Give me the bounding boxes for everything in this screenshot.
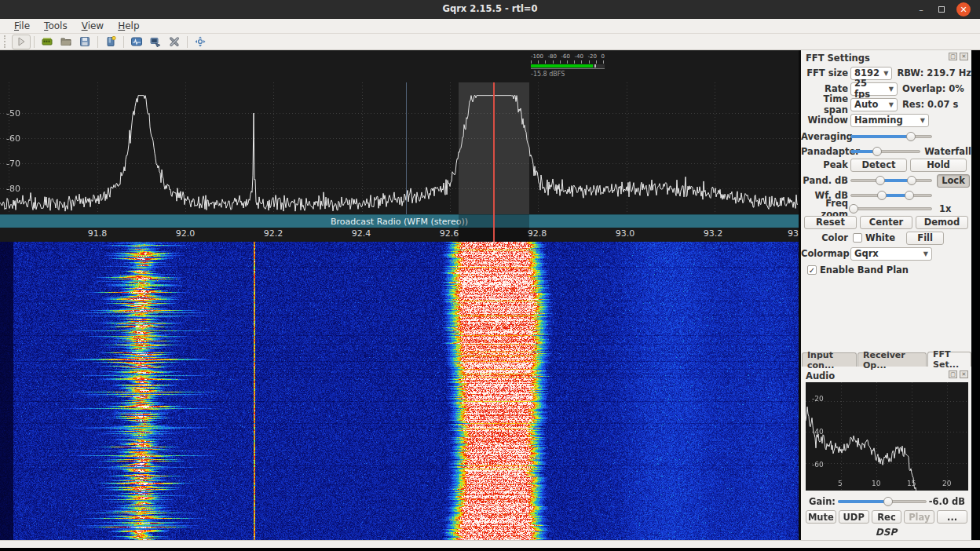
time-span-label: Time span [801, 93, 848, 115]
colormap-value: Gqrx [854, 248, 879, 259]
meter-tick-label: -40 [575, 54, 583, 60]
record-iq-button[interactable] [146, 35, 165, 49]
white-checkbox[interactable] [853, 233, 862, 243]
enable-band-plan-checkbox[interactable]: ✓ [807, 265, 817, 275]
dock-float-icon[interactable]: ▢ [949, 53, 957, 60]
udp-button[interactable]: UDP [839, 510, 869, 524]
pan-waterfall-split-slider[interactable] [850, 146, 920, 157]
audio-xtick: 20 [942, 480, 951, 487]
signal-meter: -100-80-60-40-200 -15.8 dBFS [531, 54, 605, 79]
audio-ytick: -20 [812, 395, 824, 403]
pan-xtick: 93 [788, 228, 799, 239]
close-button[interactable]: ✕ [956, 2, 971, 16]
mute-button[interactable]: Mute [806, 510, 836, 524]
fft-size-value: 8192 [854, 68, 879, 78]
frequency-scale[interactable] [0, 228, 799, 242]
averaging-slider[interactable] [850, 131, 932, 142]
enable-band-plan-label[interactable]: Enable Band Plan [820, 265, 909, 276]
audio-buttons: Mute UDP Rec Play ... [806, 510, 967, 524]
window-combo[interactable]: Hamming▼ [850, 114, 929, 127]
peak-detect-button[interactable]: Detect [850, 159, 907, 172]
meter-tick-label: -80 [547, 54, 556, 60]
pan-xtick: 92.8 [528, 228, 547, 239]
demod-button[interactable]: Demod [916, 216, 968, 229]
pan-xtick: 92.4 [352, 228, 371, 239]
toolbar-handle[interactable] [4, 35, 9, 48]
freq-zoom-slider[interactable] [850, 203, 932, 214]
titlebar: Gqrx 2.15.5 - rtl=0 – ✕ [0, 0, 980, 19]
chevron-down-icon: ▼ [920, 250, 928, 257]
pan-ytick: -80 [0, 184, 20, 194]
gain-row: Gain: -6.0 dB [801, 495, 971, 508]
meter-value-label: -15.8 dBFS [531, 71, 605, 78]
chevron-down-icon: ▼ [916, 117, 925, 124]
time-span-combo[interactable]: Auto▼ [850, 98, 898, 111]
meter-peak-marker [594, 64, 596, 68]
rate-combo[interactable]: 25 fps▼ [850, 82, 898, 96]
frequency-display[interactable]: 0 092.700.000 -100-80-60-40-200 -15.8 dB… [0, 50, 799, 82]
pan-xtick: 93.0 [616, 228, 635, 239]
rate-label: Rate [801, 83, 848, 94]
start-dsp-button[interactable] [12, 35, 31, 49]
panadapter-plot[interactable] [0, 82, 799, 214]
menu-help[interactable]: Help [112, 20, 145, 32]
menu-view[interactable]: View [75, 20, 110, 32]
reset-button[interactable]: Reset [804, 216, 857, 229]
remote-control-button[interactable] [191, 35, 210, 49]
wf-db-range-slider[interactable] [850, 190, 932, 201]
waterfall-display[interactable] [0, 242, 799, 540]
bandplan-label: Broadcast Radio (WFM (stereo)) [331, 217, 468, 227]
tuning-line[interactable] [493, 82, 495, 242]
pan-xtick: 92.2 [264, 228, 283, 239]
bottom-edge [0, 548, 980, 551]
save-file-button[interactable] [75, 35, 94, 49]
menu-tools[interactable]: Tools [38, 20, 74, 32]
bookmarks-button[interactable] [101, 35, 120, 49]
panadapter-split-label: Panadapter [801, 146, 848, 157]
colormap-combo[interactable]: Gqrx▼ [850, 247, 932, 261]
tab-input-controls[interactable]: Input con... [802, 352, 857, 367]
statusbar [0, 540, 980, 548]
meter-tick-label: -60 [561, 54, 569, 60]
dock-close-icon[interactable]: ✕ [960, 53, 968, 60]
fft-display-button[interactable] [127, 35, 146, 49]
gain-slider[interactable] [838, 496, 927, 507]
tab-receiver-options[interactable]: Receiver Op... [858, 352, 927, 367]
maximize-icon [938, 6, 945, 13]
menu-file[interactable]: File [8, 20, 36, 32]
rate-value: 25 fps [854, 78, 885, 100]
maximize-button[interactable] [934, 2, 949, 16]
pand-db-range-slider[interactable] [850, 175, 932, 186]
device-config-button[interactable] [38, 35, 57, 49]
more-button[interactable]: ... [937, 510, 967, 524]
meter-bar [531, 64, 605, 69]
minimize-button[interactable]: – [914, 2, 928, 16]
pand-db-label: Pand. dB [801, 175, 848, 186]
window-value: Hamming [854, 115, 903, 126]
audio-fft-chart: -20 -40 -60 5 10 15 20 [806, 382, 968, 491]
main-area: 0 092.700.000 -100-80-60-40-200 -15.8 dB… [0, 50, 799, 540]
audio-panel-title: Audio [806, 370, 835, 381]
colormap-label: Colormap [801, 248, 848, 259]
peak-label: Peak [801, 159, 848, 170]
tools-button[interactable] [165, 35, 184, 49]
meter-tick-marks [531, 60, 605, 64]
peak-hold-button[interactable]: Hold [910, 159, 967, 172]
color-label: Color [801, 232, 848, 243]
fft-size-label: FFT size [801, 68, 848, 78]
audio-fft-canvas [806, 382, 968, 491]
pand-db-lock-button[interactable]: Lock [937, 174, 970, 188]
center-button[interactable]: Center [860, 216, 912, 229]
open-file-button[interactable] [57, 35, 75, 49]
menubar: File Tools View Help [0, 19, 980, 34]
play-button[interactable]: Play [904, 510, 934, 524]
rec-button[interactable]: Rec [872, 510, 902, 524]
fill-button[interactable]: Fill [906, 232, 944, 245]
overlap-info: Overlap: 0% [902, 83, 964, 94]
meter-fill [531, 64, 593, 68]
waterfall-split-label: Waterfall [924, 146, 971, 157]
white-checkbox-label[interactable]: White [865, 232, 895, 243]
dock-close-icon[interactable]: ✕ [960, 370, 968, 378]
dock-float-icon[interactable]: ▢ [949, 370, 957, 378]
tab-fft-settings[interactable]: FFT Set... [927, 352, 971, 367]
